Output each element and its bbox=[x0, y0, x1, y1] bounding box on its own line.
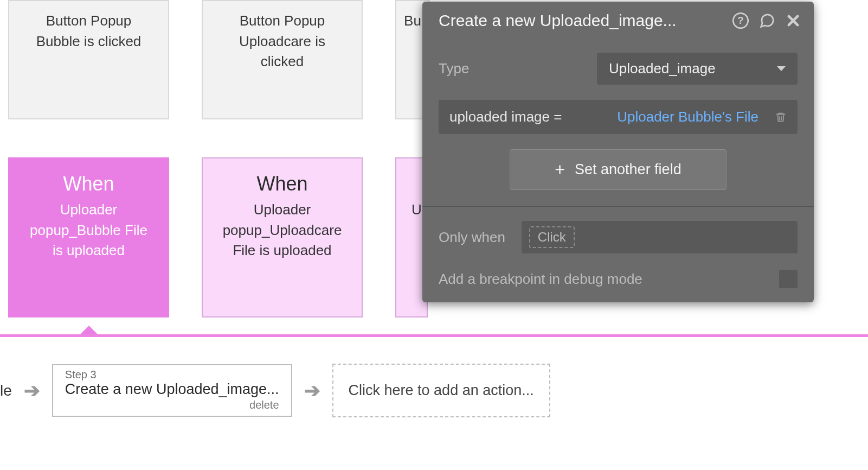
breakpoint-checkbox[interactable] bbox=[779, 270, 798, 288]
comment-icon[interactable] bbox=[758, 12, 776, 29]
panel-header: Create a new Uploaded_image... ? bbox=[422, 2, 814, 41]
step-title: Create a new Uploaded_image... bbox=[65, 381, 279, 398]
when-card[interactable]: When Uploader popup_Uploadcare File is u… bbox=[202, 157, 363, 317]
panel-divider bbox=[422, 206, 814, 207]
plus-icon: + bbox=[555, 160, 565, 180]
svg-text:?: ? bbox=[737, 15, 743, 26]
field-assignment-row[interactable]: uploaded image = Uploader Bubble's File bbox=[439, 100, 798, 134]
event-card-text: Button Popup Uploadcare is clicked bbox=[219, 11, 345, 72]
arrow-right-icon: ➔ bbox=[24, 379, 40, 402]
event-card[interactable]: Button Popup Uploadcare is clicked bbox=[202, 0, 363, 119]
type-dropdown[interactable]: Uploaded_image bbox=[597, 53, 798, 85]
panel-title: Create a new Uploaded_image... bbox=[439, 11, 677, 30]
step-partial-text: le bbox=[0, 382, 12, 399]
step-label: Step 3 bbox=[65, 369, 279, 381]
only-when-label: Only when bbox=[439, 229, 505, 246]
set-another-label: Set another field bbox=[575, 161, 681, 178]
add-action-text: Click here to add an action... bbox=[349, 382, 534, 398]
step-delete[interactable]: delete bbox=[65, 399, 279, 411]
type-value: Uploaded_image bbox=[609, 60, 716, 77]
breakpoint-row: Add a breakpoint in debug mode bbox=[439, 270, 798, 288]
assignment-rhs[interactable]: Uploader Bubble's File bbox=[617, 109, 758, 125]
event-card-text: Button Popup Bubble is clicked bbox=[25, 11, 152, 52]
help-icon[interactable]: ? bbox=[732, 12, 749, 29]
when-title: When bbox=[218, 173, 346, 195]
only-when-input[interactable]: Click bbox=[522, 221, 798, 253]
event-card[interactable]: Button Popup Bubble is clicked bbox=[8, 0, 169, 119]
only-when-row: Only when Click bbox=[439, 221, 798, 253]
arrow-right-icon: ➔ bbox=[304, 379, 320, 402]
close-icon[interactable] bbox=[786, 13, 801, 28]
workflow-divider bbox=[0, 334, 868, 337]
when-card-selected[interactable]: When Uploader popup_Bubble File is uploa… bbox=[8, 157, 169, 317]
set-another-field-button[interactable]: + Set another field bbox=[510, 149, 726, 190]
trash-icon[interactable] bbox=[775, 110, 787, 124]
breakpoint-label: Add a breakpoint in debug mode bbox=[439, 271, 642, 288]
when-desc: Uploader popup_Bubble File is uploaded bbox=[24, 200, 153, 261]
type-row: Type Uploaded_image bbox=[439, 53, 798, 85]
when-title: When bbox=[24, 173, 153, 195]
chevron-down-icon bbox=[777, 66, 786, 71]
assignment-lhs: uploaded image = bbox=[449, 109, 562, 125]
type-label: Type bbox=[439, 60, 469, 77]
when-desc: Uploader popup_Uploadcare File is upload… bbox=[218, 200, 346, 261]
property-panel: Create a new Uploaded_image... ? Type Up… bbox=[422, 2, 814, 302]
add-action-card[interactable]: Click here to add an action... bbox=[332, 364, 550, 417]
step-card[interactable]: Step 3 Create a new Uploaded_image... de… bbox=[52, 364, 292, 417]
only-when-placeholder: Click bbox=[529, 226, 575, 248]
event-card-text: Bu bbox=[404, 11, 421, 31]
